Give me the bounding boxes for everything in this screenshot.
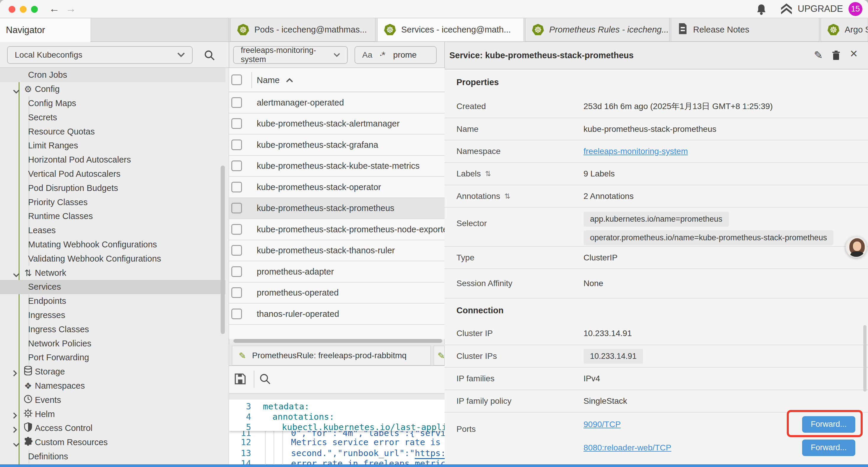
details-scrollbar[interactable] (863, 325, 867, 391)
edit-resource-icon[interactable]: ✎ (814, 49, 823, 61)
chevron-down-icon[interactable] (13, 439, 20, 449)
tab-pods-icecheng-mathmas[interactable]: ☸Pods - icecheng@mathmas... (230, 18, 375, 41)
sidebar-item-pod-disruption-budgets[interactable]: Pod Disruption Budgets (0, 181, 225, 195)
table-row[interactable]: thanos-ruler-operated (229, 303, 445, 325)
sidebar-item-access-control[interactable]: Access Control (0, 421, 225, 435)
regex-toggle[interactable]: ▪* (380, 49, 385, 61)
table-row[interactable]: prometheus-adapter (229, 261, 445, 283)
sidebar-item-mutating-webhook-configurations[interactable]: Mutating Webhook Configurations (0, 238, 225, 252)
list-search-input[interactable]: Aa ▪* prome (354, 46, 437, 64)
sidebar-item-config-maps[interactable]: Config Maps (0, 96, 225, 111)
delete-resource-icon[interactable] (832, 50, 840, 63)
chevron-right-icon[interactable] (13, 411, 18, 421)
table-row[interactable]: kube-prometheus-stack-operator (229, 177, 445, 198)
list-horizontal-scrollbar[interactable] (234, 339, 442, 343)
navigator-panel-tab[interactable]: Navigator (0, 18, 90, 42)
sidebar-item-limit-ranges[interactable]: Limit Ranges (0, 139, 225, 153)
tab-services-icecheng-math[interactable]: ☸Services - icecheng@math...× (377, 18, 524, 41)
sidebar-item-helm[interactable]: Helm (0, 407, 225, 421)
sidebar-item-ingress-classes[interactable]: Ingress Classes (0, 322, 225, 337)
maximize-window-button[interactable] (31, 6, 38, 13)
table-row[interactable]: kube-prometheus-stack-thanos-ruler (229, 240, 445, 262)
table-row[interactable]: kube-prometheus-stack-prometheus-node-ex… (229, 219, 445, 240)
chevron-right-icon[interactable] (13, 425, 18, 435)
yaml-editor[interactable]: 3metadata:4annotations:5kubectl.kubernet… (229, 400, 445, 465)
sidebar-item-runtime-classes[interactable]: Runtime Classes (0, 209, 225, 224)
row-checkbox[interactable] (231, 182, 242, 193)
sidebar-item-secrets[interactable]: Secrets (0, 110, 225, 124)
sidebar-item-priority-classes[interactable]: Priority Classes (0, 195, 225, 209)
sidebar-item-custom-resources[interactable]: Custom Resources (0, 435, 225, 449)
table-row[interactable]: alertmanager-operated (229, 92, 445, 114)
forward-arrow-icon[interactable]: → (66, 2, 76, 15)
port-link[interactable]: 8080:reloader-web/TCP (584, 443, 671, 453)
sidebar-item-services[interactable]: Services (0, 280, 225, 294)
code-link[interactable]: https://netl (415, 448, 445, 459)
table-row[interactable]: prometheus-operated (229, 283, 445, 304)
sidebar-item-endpoints[interactable]: Endpoints (0, 294, 225, 308)
column-header-name[interactable]: Name (257, 68, 293, 92)
sort-toggle-icon[interactable]: ⇅ (504, 192, 510, 200)
namespace-link[interactable]: freeleaps-monitoring-system (584, 147, 688, 156)
row-checkbox[interactable] (231, 287, 242, 298)
kubeconfig-selector[interactable]: Local Kubeconfigs (7, 46, 193, 64)
table-row[interactable]: kube-prometheus-stack-kube-state-metrics (229, 156, 445, 177)
notifications-bell-icon[interactable] (756, 4, 767, 17)
sidebar-item-config[interactable]: ⚙Config (0, 82, 225, 96)
row-checkbox[interactable] (231, 224, 242, 235)
editor-search-icon[interactable] (259, 373, 271, 385)
row-checkbox[interactable] (231, 160, 242, 171)
sidebar-item-leases[interactable]: Leases (0, 224, 225, 238)
sidebar-item-storage[interactable]: Storage (0, 365, 225, 379)
sidebar-item-definitions[interactable]: Definitions (0, 449, 225, 464)
notification-count-badge[interactable]: 15 (848, 2, 862, 16)
user-avatar[interactable] (845, 236, 867, 258)
forward-button[interactable]: Forward... (802, 439, 855, 456)
sidebar-item-validating-webhook-configurations[interactable]: Validating Webhook Configurations (0, 252, 225, 266)
sidebar-item-ingresses[interactable]: Ingresses (0, 308, 225, 322)
sidebar-item-cron-jobs[interactable]: Cron Jobs (0, 68, 225, 82)
sidebar-item-label: Resource Quotas (28, 127, 95, 137)
sidebar-item-vertical-pod-autoscalers[interactable]: Vertical Pod Autoscalers (0, 167, 225, 181)
sidebar-item-events[interactable]: Events (0, 393, 225, 407)
select-all-checkbox[interactable] (231, 75, 242, 85)
sort-toggle-icon[interactable]: ⇅ (485, 170, 491, 178)
chevron-down-icon[interactable] (13, 86, 20, 96)
minimize-window-button[interactable] (20, 6, 27, 13)
row-checkbox[interactable] (231, 266, 242, 277)
editor-tab-partial[interactable]: ✎ (434, 346, 445, 365)
row-checkbox[interactable] (231, 245, 242, 256)
sidebar-item-network-policies[interactable]: Network Policies (0, 337, 225, 351)
tab-release-notes[interactable]: Release Notes (671, 18, 819, 41)
table-row[interactable]: kube-prometheus-stack-alertmanager (229, 114, 445, 135)
sidebar-item-network[interactable]: ⇅Network (0, 266, 225, 280)
table-row[interactable]: kube-prometheus-stack-prometheus (229, 198, 445, 219)
row-checkbox[interactable] (231, 140, 242, 150)
close-detail-icon[interactable]: × (850, 46, 858, 61)
back-arrow-icon[interactable]: ← (49, 2, 60, 15)
chevron-down-icon[interactable] (13, 270, 20, 280)
row-checkbox[interactable] (231, 309, 242, 319)
editor-tab-prometheusrule[interactable]: ✎ PrometheusRule: freeleaps-prod-rabbitm… (232, 346, 431, 365)
close-window-button[interactable] (8, 6, 16, 13)
namespace-filter-dropdown[interactable]: freeleaps-monitoring-system (233, 46, 348, 64)
save-icon[interactable] (234, 372, 247, 385)
row-checkbox[interactable] (231, 97, 242, 108)
sidebar-item-resource-quotas[interactable]: Resource Quotas (0, 124, 225, 139)
sidebar-search-icon[interactable] (204, 50, 215, 61)
chevron-right-icon[interactable] (13, 369, 18, 379)
tab-prometheus-rules-icecheng[interactable]: ☸Prometheus Rules - icecheng... (525, 18, 670, 41)
row-checkbox[interactable] (231, 203, 242, 213)
match-case-toggle[interactable]: Aa (362, 50, 372, 60)
row-checkbox[interactable] (231, 118, 242, 129)
upgrade-button[interactable]: UPGRADE (780, 3, 843, 15)
sidebar-item-port-forwarding[interactable]: Port Forwarding (0, 351, 225, 365)
sidebar-item-horizontal-pod-autoscalers[interactable]: Horizontal Pod Autoscalers (0, 153, 225, 167)
sidebar-item-namespaces[interactable]: ❖Namespaces (0, 379, 225, 393)
port-link[interactable]: 9090/TCP (584, 420, 621, 429)
table-row[interactable]: kube-prometheus-stack-grafana (229, 135, 445, 156)
namespaces-icon: ❖ (23, 381, 33, 391)
sidebar-scrollbar[interactable] (221, 166, 225, 334)
tab-argo-se[interactable]: ☸Argo Se (821, 18, 868, 41)
detail-value: 10.233.14.91 (584, 329, 632, 338)
